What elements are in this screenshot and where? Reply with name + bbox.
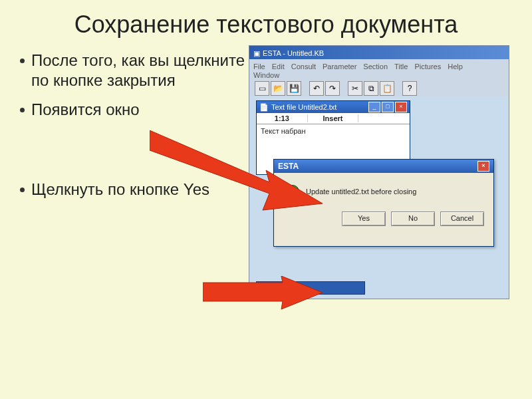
menu-edit[interactable]: Edit bbox=[272, 63, 285, 70]
bullet-item: Появится окно bbox=[20, 100, 246, 120]
bullet-text: Появится окно bbox=[31, 100, 140, 120]
menu-pictures[interactable]: Pictures bbox=[414, 63, 441, 70]
open-file-icon[interactable]: 📂 bbox=[271, 81, 285, 96]
document-icon: 📄 bbox=[259, 103, 269, 112]
messages-icon: ▤ bbox=[261, 285, 267, 292]
bullet-text: Щелкнуть по кнопке Yes bbox=[31, 180, 209, 200]
app-screenshot: ▣ ESTA - Untitled.KB File Edit Consult P… bbox=[249, 45, 509, 299]
redo-icon[interactable]: ↷ bbox=[325, 81, 340, 96]
menu-file[interactable]: File bbox=[253, 63, 265, 70]
close-icon[interactable]: × bbox=[395, 102, 407, 112]
slide-title: Сохранение текстового документа bbox=[0, 0, 532, 45]
insert-mode: Insert bbox=[308, 114, 359, 122]
bullet-list: После того, как вы щелкните по кнопке за… bbox=[20, 45, 246, 299]
messages-bar[interactable]: ▤ messages bbox=[256, 281, 365, 295]
text-body[interactable]: Текст набран bbox=[257, 124, 410, 138]
paste-icon[interactable]: 📋 bbox=[380, 81, 394, 96]
close-icon[interactable]: × bbox=[477, 161, 489, 172]
question-icon bbox=[286, 185, 299, 198]
menu-consult[interactable]: Consult bbox=[291, 63, 316, 70]
undo-icon[interactable]: ↶ bbox=[309, 81, 324, 96]
dialog-title-text: ESTA bbox=[278, 162, 299, 171]
menu-help[interactable]: Help bbox=[448, 63, 463, 70]
copy-icon[interactable]: ⧉ bbox=[364, 81, 378, 96]
bullet-item: Щелкнуть по кнопке Yes bbox=[20, 180, 246, 200]
save-dialog: ESTA × Update untitled2.txt before closi… bbox=[273, 159, 494, 247]
text-window-titlebar: 📄 Text file Untitled2.txt _ □ × bbox=[257, 101, 410, 113]
cursor-position: 1:13 bbox=[257, 114, 308, 122]
yes-button[interactable]: Yes bbox=[342, 211, 386, 226]
text-window-title: Text file Untitled2.txt bbox=[271, 103, 336, 111]
messages-label: messages bbox=[269, 285, 300, 292]
new-file-icon[interactable]: ▭ bbox=[255, 81, 269, 96]
save-icon[interactable]: 💾 bbox=[287, 81, 301, 96]
minimize-icon[interactable]: _ bbox=[368, 102, 380, 112]
help-icon[interactable]: ? bbox=[402, 81, 417, 96]
text-status-bar: 1:13 Insert bbox=[257, 113, 410, 124]
cancel-button[interactable]: Cancel bbox=[440, 211, 484, 226]
cut-icon[interactable]: ✂ bbox=[348, 81, 362, 96]
no-button[interactable]: No bbox=[391, 211, 435, 226]
dialog-message: Update untitled2.txt before closing bbox=[306, 188, 416, 196]
toolbar: ▭ 📂 💾 ↶ ↷ ✂ ⧉ 📋 ? bbox=[249, 80, 509, 96]
menu-parameter[interactable]: Parameter bbox=[323, 63, 356, 70]
bullet-item: После того, как вы щелкните по кнопке за… bbox=[20, 51, 246, 90]
dialog-titlebar: ESTA × bbox=[274, 160, 493, 173]
main-window-title: ▣ ESTA - Untitled.KB bbox=[249, 46, 509, 61]
main-window-title-text: ESTA - Untitled.KB bbox=[263, 49, 324, 57]
menu-title[interactable]: Title bbox=[394, 63, 408, 70]
maximize-icon[interactable]: □ bbox=[382, 102, 394, 112]
menu-section[interactable]: Section bbox=[363, 63, 388, 70]
app-icon: ▣ bbox=[253, 49, 260, 58]
menu-bar-row2[interactable]: Window bbox=[249, 71, 509, 80]
bullet-text: После того, как вы щелкните по кнопке за… bbox=[31, 51, 246, 90]
